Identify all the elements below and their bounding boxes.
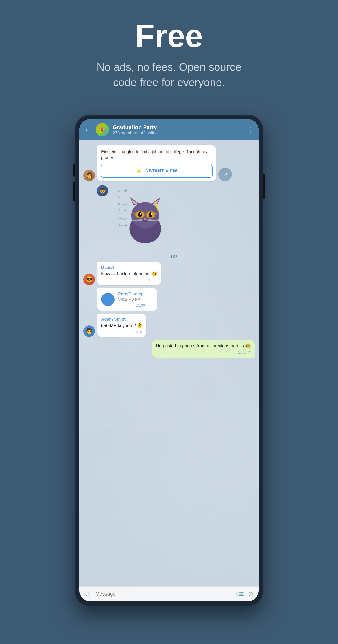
phone-wrapper: ← 🎉 Graduation Party 278 members, 42 onl… [75,115,263,606]
phone-frame: ← 🎉 Graduation Party 278 members, 42 onl… [75,115,263,606]
share-icon: ↗ [223,171,227,178]
avatar: 🧑 [83,326,95,337]
table-row: ↓ PartyPlan.ppt 550.2 MB PPT 15:06 ⋯ [79,287,259,312]
message-time: 15:06 [101,278,157,282]
file-menu-button[interactable]: ⋯ [148,292,153,298]
read-receipt-icon: ✓ [247,350,251,355]
outgoing-message-bubble: He pasted in photos from all previous pa… [152,340,255,358]
svg-point-8 [138,212,142,218]
download-icon: ↓ [106,296,109,303]
lightning-icon: ⚡ [136,168,142,174]
table-row: He pasted in photos from all previous pa… [79,339,259,359]
emoji-button[interactable]: ☺ [84,590,91,598]
avatar: 👩 [83,170,95,181]
chat-header: ← 🎉 Graduation Party 278 members, 42 onl… [79,119,259,140]
hero-subtitle: No ads, no fees. Open source code free f… [85,60,253,90]
file-info: PartyPlan.ppt 550.2 MB PPT 15:06 [118,292,145,308]
sticker-message-row: 👦 A = πr² V = l³ P = 2πr A = πr² [79,183,259,261]
table-row: 🧑 Adam Smidt 550 MB keynote? 🤔 15:07 [79,313,259,338]
volume-down-button [73,182,75,201]
sender-name: Adam Smidt [101,317,143,322]
message-bubble: Daniel Now — back to planning. 😉 15:06 [97,262,161,285]
header-menu-button[interactable]: ⋮ [247,126,254,134]
sticker-time: 14:58 [111,254,180,260]
group-name: Graduation Party [113,124,243,130]
file-size: 550.2 MB PPT [118,297,145,302]
attach-button[interactable]: 📎 [235,588,246,600]
svg-point-11 [151,213,152,214]
group-info: Graduation Party 278 members, 42 online [113,124,243,136]
group-members: 278 members, 42 online [113,130,243,136]
message-input[interactable] [95,591,232,597]
sticker-image: A = πr² V = l³ P = 2πr A = πr² s = √(r² … [111,185,180,254]
message-text: He pasted in photos from all previous pa… [156,343,251,349]
back-button[interactable]: ← [84,126,91,134]
sender-name: Daniel [101,265,157,270]
volume-up-button [73,164,75,176]
hero-section: Free No ads, no fees. Open source code f… [0,0,338,105]
table-row: 👩 Einstein struggled to find a job out o… [79,144,259,182]
message-time: 15:08 [238,350,247,354]
instant-view-label: INSTANT VIEW [144,168,177,174]
file-bubble: ↓ PartyPlan.ppt 550.2 MB PPT 15:06 ⋯ [97,288,157,311]
chat-body: 👩 Einstein struggled to find a job out o… [79,140,259,586]
share-button[interactable]: ↗ [219,168,232,181]
message-time-check: 15:08 ✓ [156,350,251,355]
instant-view-card: Einstein struggled to find a job out of … [97,146,216,181]
power-button [263,174,265,199]
message-text: 550 MB keynote? 🤔 [101,323,143,329]
phone-screen: ← 🎉 Graduation Party 278 members, 42 onl… [79,119,259,602]
svg-point-10 [140,213,141,214]
message-time: 15:07 [101,330,143,334]
hero-title: Free [10,20,328,52]
file-time: 15:06 [118,304,145,308]
file-name: PartyPlan.ppt [118,292,145,297]
message-text: Now — back to planning. 😉 [101,271,157,277]
math-background: A = πr² V = l³ P = 2πr A = πr² s = √(r² … [111,185,180,254]
input-bar: ☺ 📎 ⊙ [79,586,259,602]
instant-view-text: Einstein struggled to find a job out of … [97,146,216,163]
avatar: 👦 [97,185,108,196]
table-row: 😎 Daniel Now — back to planning. 😉 15:06 [79,261,259,286]
message-bubble: Adam Smidt 550 MB keynote? 🤔 15:07 [97,314,146,337]
cat-sticker-svg [120,195,170,244]
avatar: 😎 [83,274,95,285]
svg-point-9 [149,212,153,218]
camera-button[interactable]: ⊙ [248,590,254,598]
svg-point-17 [144,218,147,220]
instant-view-button[interactable]: ⚡ INSTANT VIEW [101,165,213,178]
download-button[interactable]: ↓ [101,293,115,306]
group-avatar: 🎉 [96,123,109,136]
